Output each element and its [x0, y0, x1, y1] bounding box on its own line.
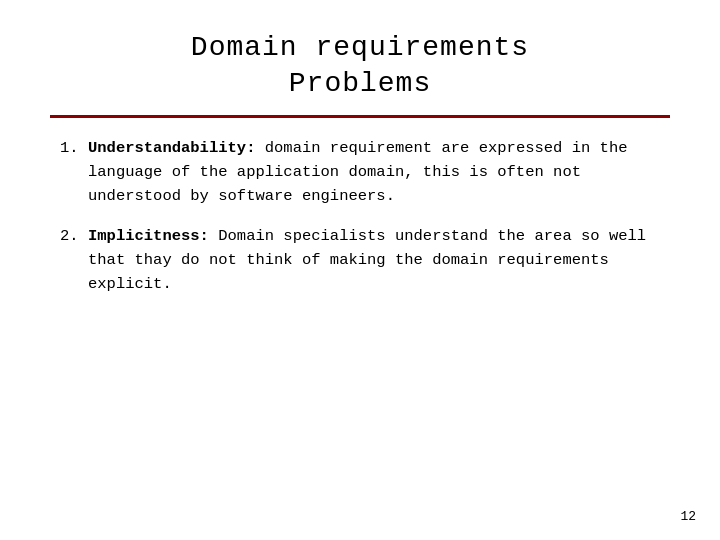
title-line-1: Domain requirements [50, 30, 670, 66]
title-divider [50, 115, 670, 118]
item-number-2: 2. [60, 224, 88, 296]
item-term-1: Understandability: [88, 139, 255, 157]
page-number: 12 [680, 509, 696, 524]
list-item-2: 2. Implicitness: Domain specialists unde… [60, 224, 660, 296]
list-item-1: 1. Understandability: domain requirement… [60, 136, 660, 208]
item-number-1: 1. [60, 136, 88, 208]
slide: Domain requirements Problems 1. Understa… [0, 0, 720, 540]
item-term-2: Implicitness: [88, 227, 209, 245]
content-area: 1. Understandability: domain requirement… [50, 136, 670, 296]
title-section: Domain requirements Problems [50, 30, 670, 103]
item-body-2: Implicitness: Domain specialists underst… [88, 224, 660, 296]
item-body-1: Understandability: domain requirement ar… [88, 136, 660, 208]
title-line-2: Problems [50, 66, 670, 102]
